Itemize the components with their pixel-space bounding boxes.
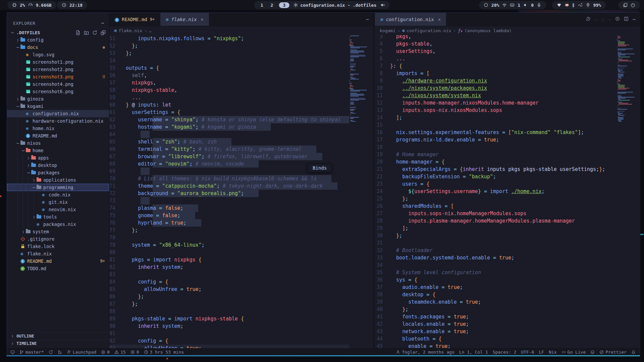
code-line-56[interactable]: 56 self, (109, 72, 374, 79)
nav-circle-icon[interactable]: ○ (601, 17, 604, 22)
code-line-92[interactable]: 92 config = { (109, 337, 374, 345)
minimap[interactable] (349, 35, 374, 348)
tree-item-ginoza[interactable]: ❭ginoza (7, 95, 109, 103)
code-line-66[interactable]: 66 terminal = "kitty"; # kitty, alacritt… (109, 145, 374, 153)
status-item-utf-8[interactable]: UTF-8 (521, 350, 534, 355)
tree-item-readme-md[interactable]: iREADME.md (7, 132, 109, 139)
breadcrumb[interactable]: kogami›✻configuration.nix›ƒx(anonymous l… (375, 26, 640, 35)
code-line-11[interactable]: 11 ../nixos/system/system.nix (375, 92, 640, 99)
code-line-34[interactable]: 34 (375, 261, 640, 269)
code-line-53[interactable]: 53}; (109, 50, 374, 57)
code-line-80[interactable]: 80 (109, 249, 374, 256)
status-item-3-hrs-53-mins[interactable]: 3 hrs 53 mins (144, 350, 184, 355)
outline-section[interactable]: ❭ OUTLINE (7, 332, 109, 340)
code-line-68[interactable]: 68 editor = "neovim"; # neovim, vscode (109, 160, 374, 168)
explorer-more-actions[interactable]: ⋯ (101, 20, 104, 26)
code-line-28[interactable]: 28 inputs.plasma-manager.homeManagerModu… (375, 217, 640, 225)
tree-item-logo-svg[interactable]: ✻logo.svg (7, 51, 109, 58)
tree-item-tools[interactable]: ❭tools (7, 213, 109, 221)
status-item-remote-window-icon[interactable] (10, 350, 15, 354)
code-line-8[interactable]: 8 imports = [ (375, 70, 640, 77)
code-line-4[interactable]: 4 pkgs-stable, (375, 40, 640, 48)
tree-item-nixos[interactable]: ❭nixos (7, 139, 109, 147)
code-line-64[interactable]: 64 (109, 131, 374, 138)
status-item-master-[interactable]: master* (19, 350, 44, 355)
breadcrumb-item[interactable]: ✻configuration.nix (402, 28, 451, 33)
code-line-36[interactable]: 36 sys = { (375, 276, 640, 284)
more-icon[interactable]: ⋯ (366, 16, 369, 22)
tree-item-apps[interactable]: ❭apps (7, 154, 109, 162)
code-line-72[interactable]: 72 background = "aurora_borealis.png"; (109, 190, 374, 197)
new-file-button[interactable] (75, 30, 80, 35)
tree-item-desktop[interactable]: ❭desktop (7, 162, 109, 169)
new-folder-button[interactable] (84, 30, 89, 35)
code-line-88[interactable]: 88 (109, 308, 374, 315)
refresh-explorer-button[interactable] (92, 30, 97, 35)
tree-item-hardware-configuration-nix[interactable]: ✻hardware-configuration.nix (7, 117, 109, 125)
minimap[interactable] (617, 35, 640, 348)
code-line-71[interactable]: 71 theme = "catppuccin-mocha"; # tokyo-n… (109, 182, 374, 190)
status-item-0[interactable]: 0 (101, 350, 110, 355)
code-line-21[interactable]: 21 extraSpecialArgs = {inherit inputs pk… (375, 166, 640, 173)
code-line-44[interactable]: 44 bluetooth = { (375, 335, 640, 343)
code-line-84[interactable]: 84 config = { (109, 278, 374, 286)
muted-speaker-icon[interactable] (380, 3, 385, 7)
code-line-69[interactable]: 69 (109, 168, 374, 175)
code-line-61[interactable]: 61 userSettings = { (109, 109, 374, 116)
breadcrumb-item[interactable]: … (149, 28, 152, 33)
code-line-19[interactable]: 19 # Home manager (375, 151, 640, 158)
code-line-58[interactable]: 58 nixpkgs-stable, (109, 86, 374, 94)
close-icon[interactable]: × (201, 17, 204, 22)
tree-item-screenshot3-png[interactable]: screenshot3.pngU (7, 73, 109, 80)
code-editor-configuration[interactable]: 3 pkgs,4 pkgs-stable,5 userSettings,6 ..… (375, 35, 640, 348)
code-line-63[interactable]: 63 hostname = "kogami"; # kogami or gino… (109, 123, 374, 131)
collapse-folders-button[interactable] (101, 30, 106, 35)
code-line-57[interactable]: 57 nixpkgs, (109, 79, 374, 86)
code-line-42[interactable]: 42 locales.enable = true; (375, 320, 640, 328)
code-line-41[interactable]: 41 fonts.packages = true; (375, 313, 640, 320)
tree-item-screenshot4-png[interactable]: screenshot4.png (7, 80, 109, 88)
breadcrumb-item[interactable]: ✻flake.nix (114, 28, 142, 33)
code-line-91[interactable]: 91 (109, 330, 374, 337)
code-line-93[interactable]: 93 allowUnfree = true; (109, 345, 374, 348)
tree-item-todo-md[interactable]: ✓TODO.md (7, 265, 109, 272)
power-icon[interactable] (631, 3, 635, 7)
code-line-40[interactable]: 40 }; (375, 306, 640, 313)
code-line-17[interactable]: 17 programs.nix-ld.dev.enable = true; (375, 136, 640, 143)
code-line-86[interactable]: 86 }; (109, 293, 374, 300)
code-line-38[interactable]: 38 desktop = { (375, 291, 640, 298)
code-line-52[interactable]: 52 }; (109, 42, 374, 50)
tree-item-screenshot6-png[interactable]: screenshot6.png (7, 88, 109, 95)
status-item-sync-icon[interactable] (49, 350, 53, 354)
status-item-launchpad[interactable]: Launchpad (67, 350, 96, 355)
tree-item-git-nix[interactable]: ✻git.nix (7, 198, 109, 206)
status-item-ln-1-col-1[interactable]: Ln 1, Col 1 (459, 350, 488, 355)
code-line-13[interactable]: 13 inputs.sops-nix.nixosModules.sops (375, 107, 640, 114)
status-item-nix[interactable]: Nix (549, 350, 556, 355)
workspace-2[interactable]: 2 (269, 3, 275, 8)
nav-forward-icon[interactable]: → (608, 17, 611, 22)
code-line-35[interactable]: 35 # System level configuration (375, 269, 640, 276)
code-line-6[interactable]: 6 ... (375, 55, 640, 62)
status-item-git-fork-icon[interactable] (58, 350, 62, 354)
status-item-spaces-2[interactable]: Spaces: 2 (493, 350, 516, 355)
code-line-60[interactable]: 60} @ inputs: let (109, 101, 374, 109)
tree-item-home-nix[interactable]: ✻home.nix (7, 125, 109, 132)
tree-item-system[interactable]: ❭system (7, 228, 109, 235)
code-line-77[interactable]: 77 }; (109, 227, 374, 234)
tree-item-packages-nix[interactable]: ✻packages.nix (7, 221, 109, 228)
more-icon[interactable]: ⋯ (633, 16, 636, 22)
code-editor-flake[interactable]: 51 inputs.nixpkgs.follows = "nixpkgs";52… (109, 35, 374, 348)
tree-item-programming[interactable]: ❭programming (7, 184, 109, 191)
code-line-23[interactable]: 23 users = { (375, 180, 640, 188)
tree-item-flake-nix[interactable]: ✻flake.nix (7, 250, 109, 257)
code-line-75[interactable]: 75 gnome = false; (109, 212, 374, 219)
breadcrumb[interactable]: ✻flake.nix›… (109, 26, 374, 35)
code-line-89[interactable]: 89 pkgs-stable = import nixpkgs-stable { (109, 315, 374, 322)
code-line-85[interactable]: 85 allowUnfree = true; (109, 286, 374, 293)
workspace-root-row[interactable]: ❭ .DOTFILES (7, 29, 109, 36)
system-stats-pill[interactable]: 2% 9.66GB (7, 1, 56, 9)
code-line-3[interactable]: 3 pkgs, (375, 35, 640, 40)
nav-back-icon[interactable]: ← (595, 17, 597, 22)
code-line-18[interactable]: 18 (375, 143, 640, 151)
